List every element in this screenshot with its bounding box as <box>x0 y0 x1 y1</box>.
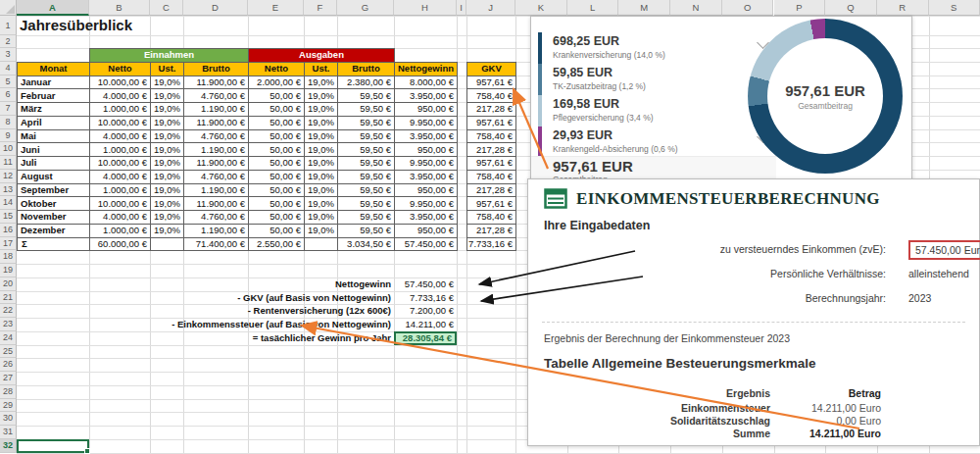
cell-monat-row8[interactable]: April <box>17 116 90 130</box>
column-header-C[interactable]: C <box>150 0 183 16</box>
cell-e_brutto-row6[interactable]: 4.760,00 € <box>183 88 249 103</box>
cell-monat-row17[interactable]: Σ <box>17 237 90 252</box>
cell-monat-row13[interactable]: September <box>17 183 90 198</box>
cell-gkv-row8[interactable]: 957,61 € <box>466 116 516 130</box>
row-header-31[interactable]: 31 <box>0 426 17 439</box>
row-header-22[interactable]: 22 <box>0 304 17 318</box>
column-header-O[interactable]: O <box>722 0 774 16</box>
cell-gkv-row6[interactable]: 758,40 € <box>466 88 516 103</box>
cell-e_ust-row11[interactable]: 19,0% <box>150 156 184 171</box>
cell-e_netto-row8[interactable]: 10.000,00 € <box>89 116 151 130</box>
row-header-4[interactable]: 4 <box>0 62 17 76</box>
cell-gkv-row10[interactable]: 217,28 € <box>466 142 516 157</box>
select-all-corner[interactable] <box>0 0 17 16</box>
row-header-30[interactable]: 30 <box>0 412 17 426</box>
column-header-M[interactable]: M <box>618 0 670 16</box>
cell-e_brutto-row16[interactable]: 1.190,00 € <box>183 224 249 238</box>
cell-e_brutto-row7[interactable]: 1.190,00 € <box>183 102 249 117</box>
row-header-27[interactable]: 27 <box>0 372 17 385</box>
column-header-A[interactable]: A <box>17 0 89 16</box>
cell-e_netto-row15[interactable]: 4.000,00 € <box>89 210 151 225</box>
cell-a_netto-row16[interactable]: 50,00 € <box>248 224 305 238</box>
column-header-D[interactable]: D <box>183 0 248 16</box>
column-header-E[interactable]: E <box>248 0 304 16</box>
cell-e_ust-row17[interactable] <box>150 237 184 252</box>
cell-a_brutto-row17[interactable]: 3.034,50 € <box>337 237 395 252</box>
cell-e_ust-row8[interactable]: 19,0% <box>150 116 184 130</box>
column-header-I[interactable]: I <box>457 0 466 16</box>
row-header-32[interactable]: 32 <box>0 439 17 453</box>
cell-nettogewinn-row9[interactable]: 3.950,00 € <box>394 129 458 144</box>
cell-e_netto-row11[interactable]: 10.000,00 € <box>89 156 151 171</box>
cell-gkv-row5[interactable]: 957,61 € <box>466 76 516 90</box>
cell-e_ust-row10[interactable]: 19,0% <box>150 142 184 157</box>
cell-a_netto-row8[interactable]: 50,00 € <box>248 116 305 130</box>
cell-nettogewinn-row14[interactable]: 9.950,00 € <box>394 196 458 211</box>
cell-nettogewinn-row10[interactable]: 950,00 € <box>394 142 458 157</box>
row-header-14[interactable]: 14 <box>0 196 17 210</box>
cell-e_brutto-row11[interactable]: 11.900,00 € <box>183 156 249 171</box>
cell-e_ust-row16[interactable]: 19,0% <box>150 224 184 238</box>
cell-a_netto-row5[interactable]: 2.000,00 € <box>248 76 305 90</box>
cell-a_brutto-row15[interactable]: 59,50 € <box>337 210 395 225</box>
row-header-5[interactable]: 5 <box>0 76 17 89</box>
row-header-26[interactable]: 26 <box>0 358 17 372</box>
cell-gkv-row11[interactable]: 957,61 € <box>466 156 516 171</box>
row-header-21[interactable]: 21 <box>0 291 17 305</box>
cell-a_brutto-row11[interactable]: 59,50 € <box>337 156 395 171</box>
cell-e_netto-row16[interactable]: 1.000,00 € <box>89 224 151 238</box>
cell-monat-row12[interactable]: August <box>17 170 90 184</box>
cell-e_netto-row6[interactable]: 4.000,00 € <box>89 88 151 103</box>
cell-a_netto-row11[interactable]: 50,00 € <box>248 156 305 171</box>
cell-e_netto-row13[interactable]: 1.000,00 € <box>89 183 151 198</box>
row-header-7[interactable]: 7 <box>0 102 17 116</box>
row-header-12[interactable]: 12 <box>0 170 17 183</box>
cell-e_netto-row5[interactable]: 10.000,00 € <box>89 76 151 90</box>
cell-e_brutto-row9[interactable]: 4.760,00 € <box>183 129 249 144</box>
column-header-N[interactable]: N <box>670 0 722 16</box>
cell-e_brutto-row12[interactable]: 4.760,00 € <box>183 170 249 184</box>
cell-nettogewinn-row5[interactable]: 8.000,00 € <box>394 76 458 90</box>
column-header-L[interactable]: L <box>567 0 619 16</box>
cell-gkv-row12[interactable]: 758,40 € <box>466 170 516 184</box>
cell-monat-row15[interactable]: November <box>17 210 90 225</box>
cell-monat-row10[interactable]: Juni <box>17 142 90 157</box>
column-header-R[interactable]: R <box>877 0 929 16</box>
column-header-S[interactable]: S <box>929 0 980 16</box>
cell-nettogewinn-row13[interactable]: 950,00 € <box>394 183 458 198</box>
cell-e_netto-row9[interactable]: 4.000,00 € <box>89 129 151 144</box>
cell-a_brutto-row9[interactable]: 59,50 € <box>337 129 395 144</box>
cell-gkv-row9[interactable]: 758,40 € <box>466 129 516 144</box>
cell-a_ust-row5[interactable]: 19,0% <box>304 76 338 90</box>
cell-monat-row5[interactable]: Januar <box>17 76 90 90</box>
column-header-K[interactable]: K <box>515 0 567 16</box>
cell-e_netto-row10[interactable]: 1.000,00 € <box>89 142 151 157</box>
cell-e_ust-row6[interactable]: 19,0% <box>150 88 184 103</box>
cell-a_brutto-row12[interactable]: 59,50 € <box>337 170 395 184</box>
cell-a_ust-row6[interactable]: 19,0% <box>304 88 338 103</box>
cell-a_brutto-row10[interactable]: 59,50 € <box>337 142 395 157</box>
cell-nettogewinn-row12[interactable]: 3.950,00 € <box>394 170 458 184</box>
cell-a_brutto-row16[interactable]: 59,50 € <box>337 224 395 238</box>
row-header-6[interactable]: 6 <box>0 88 17 102</box>
row-header-2[interactable]: 2 <box>0 35 17 48</box>
cell-a_netto-row9[interactable]: 50,00 € <box>248 129 305 144</box>
column-header-B[interactable]: B <box>89 0 150 16</box>
cell-e_netto-row17[interactable]: 60.000,00 € <box>89 237 151 252</box>
row-header-9[interactable]: 9 <box>0 129 17 143</box>
column-header-G[interactable]: G <box>337 0 394 16</box>
cell-a_ust-row13[interactable]: 19,0% <box>304 183 338 198</box>
cell-a_brutto-row8[interactable]: 59,50 € <box>337 116 395 130</box>
cell-a_ust-row7[interactable]: 19,0% <box>304 102 338 117</box>
row-header-29[interactable]: 29 <box>0 399 17 413</box>
row-header-15[interactable]: 15 <box>0 210 17 224</box>
cell-nettogewinn-row6[interactable]: 3.950,00 € <box>394 88 458 103</box>
cell-e_ust-row15[interactable]: 19,0% <box>150 210 184 225</box>
row-header-25[interactable]: 25 <box>0 345 17 359</box>
summary-value-4[interactable]: 28.305,84 € <box>394 331 457 345</box>
cell-gkv-row14[interactable]: 957,61 € <box>466 196 516 211</box>
cell-a_netto-row17[interactable]: 2.550,00 € <box>248 237 305 252</box>
row-header-28[interactable]: 28 <box>0 385 17 399</box>
cell-monat-row9[interactable]: Mai <box>17 129 90 144</box>
cell-e_netto-row14[interactable]: 10.000,00 € <box>89 196 151 211</box>
